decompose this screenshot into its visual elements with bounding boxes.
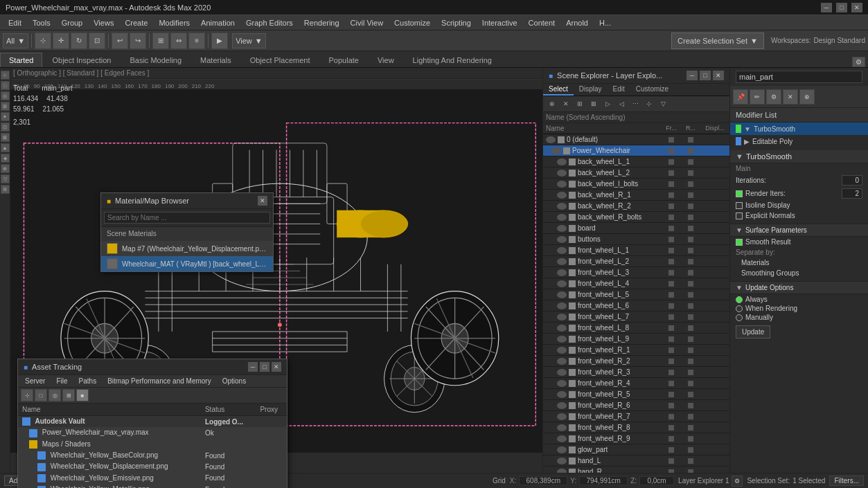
- menu-edit[interactable]: Edit: [3, 17, 27, 28]
- material-item-1[interactable]: Wheelchair_MAT ( VRayMtl ) [back_wheel_L…: [101, 256, 273, 271]
- le-tab-edit[interactable]: Edit: [608, 84, 630, 96]
- modifier-turbosmooth[interactable]: ▼ TurboSmooth: [730, 123, 868, 135]
- layer-row[interactable]: front_wheel_R_9: [543, 433, 729, 444]
- layer-row[interactable]: front_wheel_L_3: [543, 267, 729, 278]
- material-browser-titlebar[interactable]: ■ Material/Map Browser ✕: [101, 193, 273, 209]
- asset-row-tex0[interactable]: Wheelchair_Yellow_BaseColor.png Found: [18, 450, 287, 461]
- layer-row[interactable]: hand_L: [543, 455, 729, 467]
- left-icon-6[interactable]: ⊡: [1, 123, 10, 132]
- ts-smooth-check[interactable]: [736, 239, 743, 246]
- layer-tool-filter[interactable]: ▽: [657, 98, 669, 110]
- left-icon-4[interactable]: ⊞: [1, 102, 10, 111]
- tab-materials[interactable]: Materials: [191, 53, 240, 67]
- asset-menu-paths[interactable]: Paths: [75, 377, 101, 386]
- layer-row[interactable]: Power_Wheelchair: [543, 145, 729, 156]
- layer-row[interactable]: back_wheel_R_2: [543, 201, 729, 212]
- ts-render-iters-val[interactable]: 2: [842, 188, 862, 199]
- menu-h[interactable]: H...: [594, 17, 617, 28]
- menu-scripting[interactable]: Scripting: [436, 17, 477, 28]
- view-dropdown[interactable]: View ▼: [232, 33, 266, 48]
- tab-basic-modeling[interactable]: Basic Modeling: [121, 53, 191, 67]
- asset-tracking-minimize[interactable]: ─: [248, 362, 258, 372]
- layer-settings-btn[interactable]: ⚙: [732, 476, 743, 487]
- tab-started[interactable]: Started: [0, 53, 42, 67]
- layer-row[interactable]: front_wheel_R_4: [543, 378, 729, 389]
- asset-menu-options[interactable]: Options: [218, 377, 250, 386]
- layer-row[interactable]: back_wheel_R_bolts: [543, 212, 729, 223]
- left-icon-10[interactable]: ⊕: [1, 164, 10, 173]
- scene-explorer-close[interactable]: ✕: [713, 71, 724, 80]
- ts-explicit-check[interactable]: [736, 213, 743, 219]
- ts-update-btn[interactable]: Update: [736, 325, 770, 338]
- left-icon-7[interactable]: ⊠: [1, 133, 10, 142]
- mod-copy-btn[interactable]: ⊕: [799, 89, 815, 105]
- le-tab-customize[interactable]: Customize: [630, 84, 674, 96]
- layer-row[interactable]: buttons: [543, 234, 729, 245]
- y-val[interactable]: 794,991cm: [579, 476, 628, 485]
- asset-menu-file[interactable]: File: [52, 377, 71, 386]
- le-tab-select[interactable]: Select: [543, 84, 574, 96]
- layer-row[interactable]: front_wheel_R_7: [543, 411, 729, 422]
- left-icon-funnel[interactable]: ▽: [1, 174, 10, 183]
- layer-tool-delete[interactable]: ✕: [560, 98, 572, 110]
- layer-row[interactable]: front_wheel_L_2: [543, 256, 729, 267]
- menu-modifiers[interactable]: Modifiers: [153, 17, 195, 28]
- layer-tool-3[interactable]: ⊞: [574, 98, 586, 110]
- asset-tool-1[interactable]: ⊹: [21, 389, 33, 401]
- layer-tool-6[interactable]: ◁: [615, 98, 628, 110]
- layer-row[interactable]: front_wheel_L_7: [543, 311, 729, 323]
- asset-tool-4[interactable]: ⊞: [62, 389, 75, 401]
- material-browser-close[interactable]: ✕: [258, 196, 267, 206]
- redo-btn[interactable]: ↪: [130, 33, 146, 49]
- asset-tracking-maximize[interactable]: □: [260, 362, 269, 372]
- menu-interactive[interactable]: Interactive: [477, 17, 523, 28]
- ts-always-radio[interactable]: [736, 296, 743, 303]
- align-btn[interactable]: ≡: [188, 33, 205, 49]
- layer-row[interactable]: hand_R: [543, 467, 729, 473]
- le-tab-display[interactable]: Display: [574, 84, 608, 96]
- filters-btn[interactable]: Filters...: [829, 476, 864, 486]
- menu-arnold[interactable]: Arnold: [560, 17, 594, 28]
- mirror-btn[interactable]: ⇔: [170, 33, 187, 49]
- menu-rendering[interactable]: Rendering: [299, 17, 345, 28]
- material-item-0[interactable]: Map #7 (Wheelchair_Yellow_Displacement.p…: [101, 241, 273, 256]
- menu-graph-editors[interactable]: Graph Editors: [240, 17, 299, 28]
- select-btn[interactable]: ⊹: [35, 33, 51, 49]
- asset-row-tex1[interactable]: Wheelchair_Yellow_Displacement.png Found: [18, 461, 287, 472]
- scene-explorer-maximize[interactable]: □: [700, 71, 711, 80]
- layer-row[interactable]: front_wheel_L_1: [543, 245, 729, 256]
- asset-tool-5[interactable]: ■: [76, 389, 89, 401]
- layer-row[interactable]: front_wheel_R_8: [543, 422, 729, 433]
- modifier-editable-poly[interactable]: ▶ Editable Poly: [730, 135, 868, 147]
- layer-row[interactable]: 0 (default): [543, 134, 729, 145]
- layer-tool-4[interactable]: ⊠: [587, 98, 600, 110]
- move-btn[interactable]: ✛: [53, 33, 69, 49]
- asset-tracking-titlebar[interactable]: ■ Asset Tracking ─ □ ✕: [18, 359, 287, 375]
- ts-manually-radio[interactable]: [736, 314, 743, 321]
- asset-row-file[interactable]: Power_Wheelchair_max_vray.max Ok: [18, 427, 287, 438]
- menu-content[interactable]: Content: [523, 17, 561, 28]
- maximize-btn[interactable]: □: [836, 3, 847, 12]
- layer-row[interactable]: front_wheel_L_6: [543, 300, 729, 311]
- layer-row[interactable]: glow_part: [543, 444, 729, 455]
- layer-tool-8[interactable]: ⊹: [643, 98, 655, 110]
- asset-tool-2[interactable]: □: [35, 389, 47, 401]
- layer-row[interactable]: front_wheel_R_2: [543, 356, 729, 367]
- create-selection-btn[interactable]: Create Selection Set ▼: [671, 33, 764, 49]
- tab-object-placement[interactable]: Object Placement: [241, 53, 319, 67]
- tab-object-inspection[interactable]: Object Inspection: [43, 53, 120, 67]
- asset-row-vault[interactable]: Autodesk Vault Logged O...: [18, 416, 287, 428]
- layer-row[interactable]: front_wheel_R_6: [543, 400, 729, 411]
- asset-tracking-close[interactable]: ✕: [272, 362, 281, 372]
- left-icon-2[interactable]: □: [1, 81, 10, 90]
- ts-rendering-radio[interactable]: [736, 305, 743, 312]
- layer-row[interactable]: front_wheel_L_9: [543, 334, 729, 345]
- tab-populate[interactable]: Populate: [320, 53, 368, 67]
- layer-row[interactable]: front_wheel_L_8: [543, 323, 729, 334]
- left-icon-5[interactable]: ✦: [1, 112, 10, 121]
- object-name[interactable]: main_part: [736, 71, 862, 83]
- layer-row[interactable]: back_wheel_l_bolts: [543, 179, 729, 190]
- layer-row[interactable]: front_wheel_R_1: [543, 345, 729, 356]
- menu-civil-view[interactable]: Civil View: [345, 17, 389, 28]
- layer-tool-5[interactable]: ▷: [601, 98, 614, 110]
